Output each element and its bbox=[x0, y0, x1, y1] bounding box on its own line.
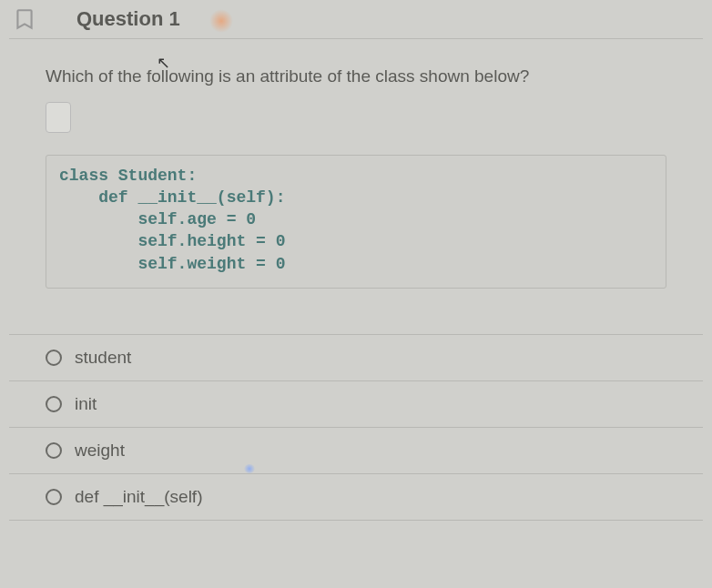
question-header: Question 1 bbox=[9, 0, 703, 39]
question-prompt: Which of the following is an attribute o… bbox=[46, 65, 666, 89]
radio-icon bbox=[46, 442, 62, 459]
question-title: Question 1 bbox=[76, 7, 180, 31]
option-def-init[interactable]: def __init__(self) bbox=[9, 473, 703, 521]
code-block: class Student: def __init__(self): self.… bbox=[46, 155, 666, 289]
option-weight[interactable]: weight bbox=[9, 427, 703, 473]
option-label: def __init__(self) bbox=[75, 487, 202, 507]
answer-options: student init weight def __init__(self) bbox=[9, 334, 703, 521]
bookmark-icon[interactable] bbox=[13, 7, 36, 35]
attachment-icon[interactable] bbox=[46, 102, 71, 133]
radio-icon bbox=[46, 489, 62, 505]
code-content: class Student: def __init__(self): self.… bbox=[59, 165, 653, 275]
option-label: student bbox=[75, 348, 131, 368]
radio-icon bbox=[46, 396, 62, 412]
option-label: weight bbox=[75, 441, 125, 461]
question-body: Which of the following is an attribute o… bbox=[9, 39, 703, 528]
option-student[interactable]: student bbox=[9, 334, 703, 380]
option-label: init bbox=[75, 394, 97, 414]
radio-icon bbox=[46, 350, 62, 366]
option-init[interactable]: init bbox=[9, 380, 703, 427]
